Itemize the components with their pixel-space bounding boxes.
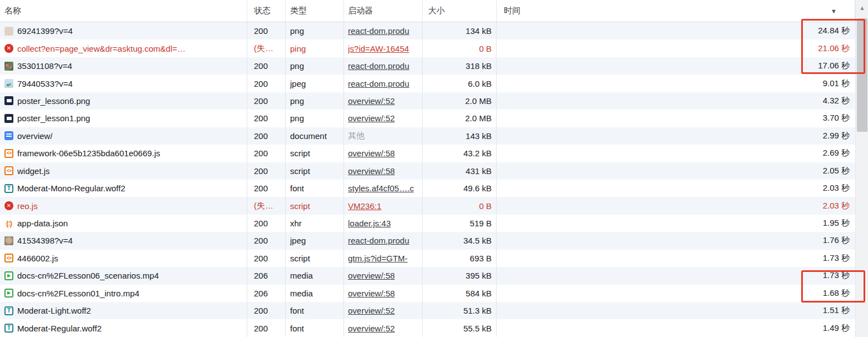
request-name: 4466002.js <box>17 254 58 263</box>
name-cell[interactable]: poster_lesson1.png <box>0 110 247 127</box>
status-cell: 200 <box>247 75 286 92</box>
initiator-link[interactable]: react-dom.produ <box>348 61 409 71</box>
initiator-link[interactable]: overview/:52 <box>348 306 395 315</box>
status-cell: 206 <box>247 285 286 302</box>
poster-thumbnail <box>4 114 13 123</box>
name-cell[interactable]: 35301108?v=4 <box>0 57 247 75</box>
column-header-time[interactable]: 时间 ▼ <box>497 0 855 22</box>
scroll-up-icon[interactable]: ▲ <box>856 2 868 13</box>
time-cell: 1.49 秒 <box>497 319 855 336</box>
vertical-scrollbar[interactable]: ▲ <box>855 0 868 337</box>
error-icon: ✕ <box>4 201 13 210</box>
name-cell[interactable]: <>4466002.js <box>0 250 247 267</box>
initiator-link[interactable]: VM236:1 <box>348 201 381 211</box>
request-name: 79440533?v=4 <box>17 79 73 88</box>
name-cell[interactable]: 69241399?v=4 <box>0 22 247 39</box>
scrollbar-thumb[interactable] <box>857 18 867 132</box>
name-cell[interactable]: 79440533?v=4 <box>0 75 247 92</box>
avatar-sprout-thumbnail <box>4 79 13 88</box>
name-cell[interactable]: 41534398?v=4 <box>0 232 247 249</box>
size-cell: 2.0 MB <box>423 92 497 110</box>
column-header-type[interactable]: 类型 <box>286 0 344 22</box>
table-row[interactable]: poster_lesson6.png200pngoverview/:522.0 … <box>0 92 855 110</box>
table-row[interactable]: TModerat-Light.woff2200fontoverview/:525… <box>0 302 855 319</box>
name-cell[interactable]: <>widget.js <box>0 162 247 180</box>
table-row[interactable]: <>framework-06e5b1235bda601e0669.js200sc… <box>0 145 855 162</box>
name-cell[interactable]: overview/ <box>0 127 247 145</box>
initiator-link[interactable]: overview/:58 <box>348 289 395 298</box>
table-row[interactable]: 79440533?v=4200jpegreact-dom.produ6.0 kB… <box>0 75 855 92</box>
name-cell[interactable]: ▶docs-cn%2FLesson06_scenarios.mp4 <box>0 267 247 284</box>
initiator-link[interactable]: js?id=AW-16454 <box>348 44 409 53</box>
script-icon: <> <box>4 149 13 158</box>
initiator-link[interactable]: styles.af4cf05….c <box>348 184 414 193</box>
size-cell: 143 kB <box>423 127 497 145</box>
column-header-size[interactable]: 大小 <box>423 0 497 22</box>
request-name: poster_lesson6.png <box>17 96 90 106</box>
type-cell: font <box>286 319 344 336</box>
table-row[interactable]: {:}app-data.json200xhrloader.js:43519 B1… <box>0 215 855 232</box>
status-cell: 200 <box>247 145 286 162</box>
name-cell[interactable]: poster_lesson6.png <box>0 92 247 110</box>
sort-descending-icon: ▼ <box>831 8 837 14</box>
table-row[interactable]: ✕reo.js(失…scriptVM236:10 B2.03 秒 <box>0 197 855 214</box>
table-row[interactable]: poster_lesson1.png200pngoverview/:522.0 … <box>0 110 855 127</box>
initiator-link[interactable]: overview/:52 <box>348 113 395 123</box>
table-row[interactable]: TModerat-Mono-Regular.woff2200fontstyles… <box>0 180 855 197</box>
initiator-link[interactable]: gtm.js?id=GTM- <box>348 254 408 263</box>
size-cell: 34.5 kB <box>423 232 497 249</box>
initiator-link[interactable]: overview/:58 <box>348 148 395 158</box>
request-name: reo.js <box>17 201 38 211</box>
error-icon: ✕ <box>4 44 13 53</box>
script-icon: <> <box>4 166 13 175</box>
name-cell[interactable]: TModerat-Mono-Regular.woff2 <box>0 180 247 197</box>
table-row[interactable]: overview/200document其他143 kB2.99 秒 <box>0 127 855 145</box>
name-cell[interactable]: ✕reo.js <box>0 197 247 214</box>
name-cell[interactable]: {:}app-data.json <box>0 215 247 232</box>
status-cell: (失… <box>247 197 286 214</box>
initiator-link[interactable]: react-dom.produ <box>348 79 409 88</box>
request-name: framework-06e5b1235bda601e0669.js <box>17 148 160 158</box>
request-rows-container: 69241399?v=4200pngreact-dom.produ134 kB2… <box>0 22 855 337</box>
name-cell[interactable]: <>framework-06e5b1235bda601e0669.js <box>0 145 247 162</box>
initiator-link[interactable]: overview/:58 <box>348 271 395 280</box>
column-header-name[interactable]: 名称 <box>0 0 247 22</box>
table-row[interactable]: ▶docs-cn%2FLesson01_intro.mp4206mediaove… <box>0 285 855 302</box>
table-row[interactable]: <>widget.js200scriptoverview/:58431 kB2.… <box>0 162 855 180</box>
name-cell[interactable]: TModerat-Light.woff2 <box>0 302 247 319</box>
table-row[interactable]: ✕collect?en=page_view&dr=asktug.com&dl=…… <box>0 39 855 57</box>
table-row[interactable]: ▶docs-cn%2FLesson06_scenarios.mp4206medi… <box>0 267 855 284</box>
request-name: docs-cn%2FLesson06_scenarios.mp4 <box>17 271 159 280</box>
column-header-status[interactable]: 状态 <box>247 0 286 22</box>
status-cell: 200 <box>247 110 286 127</box>
time-cell: 4.32 秒 <box>497 92 855 110</box>
initiator-link[interactable]: overview/:52 <box>348 324 395 333</box>
status-cell: 200 <box>247 162 286 180</box>
media-icon: ▶ <box>4 271 13 280</box>
time-cell: 1.73 秒 <box>497 250 855 267</box>
table-row[interactable]: 35301108?v=4200pngreact-dom.produ318 kB1… <box>0 57 855 75</box>
initiator-link[interactable]: react-dom.produ <box>348 26 409 36</box>
name-cell[interactable]: ▶docs-cn%2FLesson01_intro.mp4 <box>0 285 247 302</box>
initiator-link[interactable]: overview/:58 <box>348 166 395 176</box>
table-row[interactable]: TModerat-Regular.woff2200fontoverview/:5… <box>0 319 855 336</box>
time-cell: 2.03 秒 <box>497 180 855 197</box>
initiator-link[interactable]: react-dom.produ <box>348 236 409 245</box>
table-row[interactable]: <>4466002.js200scriptgtm.js?id=GTM-693 B… <box>0 250 855 267</box>
initiator-cell: overview/:52 <box>344 319 423 336</box>
type-cell: jpeg <box>286 232 344 249</box>
name-cell[interactable]: TModerat-Regular.woff2 <box>0 319 247 336</box>
size-cell: 584 kB <box>423 285 497 302</box>
table-row[interactable]: 69241399?v=4200pngreact-dom.produ134 kB2… <box>0 22 855 39</box>
name-cell[interactable]: ✕collect?en=page_view&dr=asktug.com&dl=… <box>0 39 247 57</box>
table-row[interactable]: 41534398?v=4200jpegreact-dom.produ34.5 k… <box>0 232 855 249</box>
initiator-link[interactable]: overview/:52 <box>348 96 395 106</box>
time-cell: 17.06 秒 <box>497 57 855 75</box>
json-icon: {:} <box>4 219 13 228</box>
request-name: 35301108?v=4 <box>17 61 72 71</box>
status-cell: 206 <box>247 267 286 284</box>
column-header-initiator[interactable]: 启动器 <box>344 0 423 22</box>
size-cell: 49.6 kB <box>423 180 497 197</box>
status-cell: 200 <box>247 92 286 110</box>
initiator-link[interactable]: loader.js:43 <box>348 219 391 228</box>
